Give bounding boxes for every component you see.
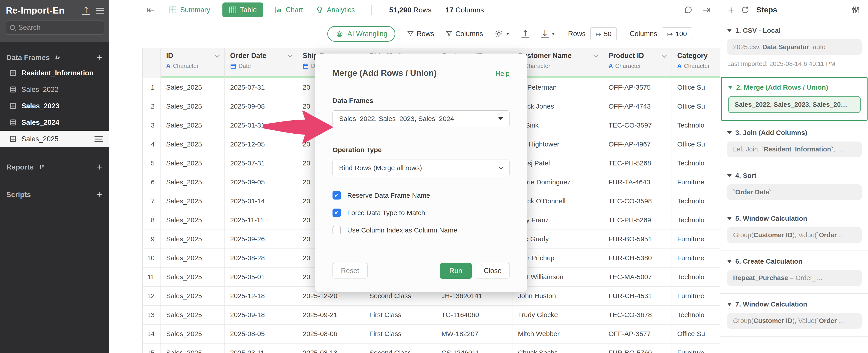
step-title[interactable]: 2. Merge (Add Rows / Union)	[728, 83, 861, 91]
sidebar-item-sales_2024[interactable]: Sales_2024	[0, 114, 109, 131]
run-button[interactable]: Run	[440, 263, 472, 279]
comment-icon[interactable]	[684, 5, 693, 14]
step-summary-pill[interactable]: Sales_2022, Sales_2023, Sales_20…	[728, 96, 861, 113]
step-summary-pill[interactable]: Group(Customer ID), Value(`Order …	[727, 227, 862, 243]
ai-wrangling-button[interactable]: AI Wrangling	[327, 26, 395, 42]
project-title: Re-Import-En	[6, 5, 64, 15]
reports-section-header: Reports +	[0, 160, 109, 174]
step-title[interactable]: 5. Window Calculation	[727, 215, 862, 222]
chevron-down-icon[interactable]	[287, 52, 292, 57]
column-header-order-date[interactable]: Order DateDate	[225, 48, 297, 78]
sort-icon[interactable]	[38, 164, 45, 170]
tab-chart[interactable]: Chart	[274, 6, 303, 14]
close-button[interactable]: Close	[476, 263, 509, 279]
project-menu-icon[interactable]	[96, 8, 104, 13]
step-title[interactable]: 1. CSV - Local	[727, 27, 862, 34]
data-frame-menu-icon[interactable]	[94, 136, 103, 142]
operation-type-select[interactable]: Bind Rows (Merge all rows)	[333, 160, 509, 176]
table-cell: Chuck Sachs	[513, 344, 603, 353]
tab-table[interactable]: Table	[222, 2, 263, 17]
table-cell: OFF-AP-4967	[603, 135, 672, 154]
step-title[interactable]: 3. Join (Add Columns)	[727, 129, 862, 137]
data-frame-label: Resident_Information	[22, 69, 94, 77]
chevron-down-icon[interactable]	[215, 52, 220, 57]
caret-down-icon[interactable]	[727, 29, 732, 32]
search-input[interactable]	[18, 24, 100, 32]
chevron-down-icon[interactable]	[662, 52, 667, 57]
checkbox[interactable]: ✔	[333, 191, 341, 200]
step-title[interactable]: 7. Window Calculation	[727, 301, 862, 308]
step-item-7[interactable]: 7. Window CalculationGroup(Customer ID),…	[720, 294, 868, 337]
step-item-6[interactable]: 6. Create CalculationRepeat_Purchase = O…	[720, 251, 868, 294]
table-settings-button[interactable]	[495, 30, 510, 38]
step-summary-pill[interactable]: `Order Date`	[727, 184, 862, 200]
add-script-button[interactable]: +	[97, 189, 103, 200]
table-cell: 2025-12-18	[225, 287, 297, 305]
step-title[interactable]: 4. Sort	[727, 172, 862, 179]
help-link[interactable]: Help	[495, 70, 509, 77]
add-step-button[interactable]: +	[728, 4, 734, 16]
reset-button[interactable]: Reset	[333, 263, 368, 279]
step-item-1[interactable]: 1. CSV - Local2025.csv, Data Separator: …	[720, 20, 868, 75]
row-number-cell: 13	[143, 306, 161, 324]
sidebar-item-resident_information[interactable]: Resident_Information	[0, 65, 109, 81]
filter-rows-button[interactable]: Rows	[407, 30, 434, 38]
step-item-2[interactable]: 2. Merge (Add Rows / Union)Sales_2022, S…	[721, 77, 868, 121]
refresh-icon[interactable]	[741, 6, 749, 14]
upload-data-button[interactable]: ↑	[522, 29, 529, 38]
chart-icon	[274, 6, 283, 14]
table-cell: OFF-AP-4743	[603, 97, 672, 116]
sidebar-item-sales_2023[interactable]: Sales_2023	[0, 98, 109, 114]
table-cell: 2025-03-13	[297, 344, 364, 353]
checkbox[interactable]: ✔	[333, 209, 341, 217]
columns-limit-input[interactable]: ↦ 100	[662, 27, 692, 40]
table-cell: 2025-09-18	[225, 306, 297, 324]
step-item-5[interactable]: 5. Window CalculationGroup(Customer ID),…	[720, 208, 868, 251]
checkbox-row[interactable]: ✔Reserve Data Frame Name	[333, 191, 509, 200]
sidebar-item-sales_2025[interactable]: Sales_2025	[0, 131, 109, 147]
tab-analytics[interactable]: Analytics	[315, 6, 355, 14]
collapse-steps-icon[interactable]: ⇥	[703, 5, 711, 15]
filter-columns-button[interactable]: Columns	[446, 30, 483, 38]
step-summary-pill[interactable]: Left Join, `Resident_Information`, …	[727, 142, 862, 157]
header-highlight-bar	[225, 76, 297, 78]
data-frames-select[interactable]: Sales_2022, Sales_2023, Sales_2024	[333, 110, 509, 127]
step-summary-pill[interactable]: Repeat_Purchase = Order_…	[727, 270, 862, 286]
tab-summary[interactable]: Summary	[169, 6, 210, 14]
sliders-icon[interactable]	[851, 5, 860, 14]
chevron-down-icon[interactable]	[593, 52, 598, 57]
caret-down-icon[interactable]	[727, 260, 732, 263]
collapse-sidebar-icon[interactable]: ⇤	[147, 5, 155, 15]
caret-down-icon[interactable]	[727, 131, 732, 134]
wrangle-toolbar: AI Wrangling Rows Columns ↑ ↓ Rows ↦ 50 …	[109, 20, 720, 48]
caret-down-icon[interactable]	[727, 303, 732, 306]
step-item-4[interactable]: 4. Sort`Order Date`	[720, 165, 868, 208]
table-cell: Sales_2025	[161, 192, 225, 211]
header-highlight-bar	[161, 76, 224, 78]
sort-icon[interactable]	[54, 54, 61, 61]
table-cell: Sales_2025	[161, 344, 225, 353]
rows-limit-input[interactable]: ↦ 50	[590, 27, 617, 40]
download-data-button[interactable]: ↓	[541, 29, 555, 38]
sidebar-item-sales_2022[interactable]: Sales_2022	[0, 81, 109, 98]
step-summary-pill[interactable]: 2025.csv, Data Separator: auto	[727, 39, 862, 55]
add-report-button[interactable]: +	[97, 162, 103, 172]
step-item-3[interactable]: 3. Join (Add Columns)Left Join, `Residen…	[720, 122, 868, 165]
checkbox-row[interactable]: ✔Force Data Type to Match	[333, 209, 509, 217]
column-header-category[interactable]: CategoryACharacter	[672, 48, 720, 78]
column-header-product-id[interactable]: Product IDACharacter	[603, 48, 672, 78]
checkbox-row[interactable]: Use Column Index as Column Name	[333, 226, 509, 234]
caret-down-icon[interactable]	[728, 86, 733, 89]
checkbox[interactable]	[333, 226, 341, 234]
step-title[interactable]: 6. Create Calculation	[727, 257, 862, 265]
table-cell: TG-1164060	[436, 306, 513, 324]
table-cell: Sales_2025	[161, 249, 225, 268]
search-box[interactable]	[6, 21, 104, 35]
caret-down-icon[interactable]	[727, 174, 732, 177]
caret-down-icon[interactable]	[727, 217, 732, 220]
row-number-cell: 10	[143, 249, 161, 268]
step-summary-pill[interactable]: Group(Customer ID), Value(`Order …	[727, 313, 862, 329]
add-data-frame-button[interactable]: +	[97, 52, 103, 63]
column-header-id[interactable]: IDACharacter	[161, 48, 225, 78]
publish-icon[interactable]: ↑	[82, 6, 90, 15]
